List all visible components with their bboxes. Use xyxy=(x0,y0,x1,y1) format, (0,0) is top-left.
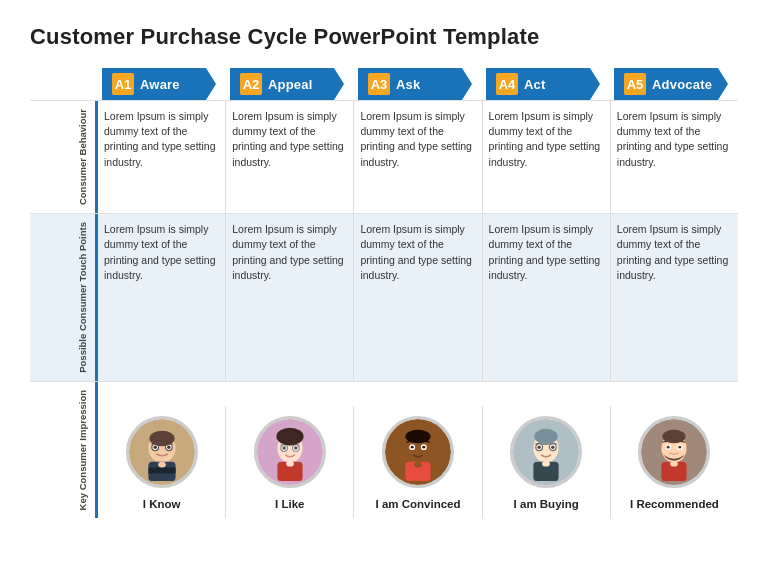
header-row: A1AwareA2AppealA3AskA4ActA5Advocate xyxy=(30,68,738,100)
svg-point-9 xyxy=(149,431,174,447)
header-cols: A1AwareA2AppealA3AskA4ActA5Advocate xyxy=(98,68,738,100)
svg-point-20 xyxy=(286,461,294,467)
stage-letter-a4: A4 xyxy=(496,73,518,95)
header-col-a3: A3Ask xyxy=(354,68,482,100)
header-col-a4: A4Act xyxy=(482,68,610,100)
arrow-banner-a3: A3Ask xyxy=(358,68,472,100)
avatar-1 xyxy=(254,416,326,488)
svg-point-47 xyxy=(663,430,686,444)
impression-row: Key Consumer Impression I Know I Like xyxy=(30,381,738,518)
cell-consumer-behaviour-1: Lorem Ipsum is simply dummy text of the … xyxy=(225,101,353,213)
impression-label-4: I Recommended xyxy=(630,498,719,510)
svg-point-26 xyxy=(411,446,414,449)
impression-cell-2: I am Convinced xyxy=(353,406,481,518)
cell-touch-points-1: Lorem Ipsum is simply dummy text of the … xyxy=(225,214,353,381)
svg-point-10 xyxy=(158,462,166,468)
svg-rect-3 xyxy=(148,468,175,474)
header-label-spacer xyxy=(30,68,98,100)
stage-letter-a1: A1 xyxy=(112,73,134,95)
avatar-2 xyxy=(382,416,454,488)
impression-cell-1: I Like xyxy=(225,406,353,518)
section-cols-consumer-behaviour: Lorem Ipsum is simply dummy text of the … xyxy=(98,101,738,213)
impression-cell-0: I Know xyxy=(98,406,225,518)
impression-label-2: I am Convinced xyxy=(376,498,461,510)
section-row-touch-points: Possible Consumer Touch PointsLorem Ipsu… xyxy=(30,213,738,381)
svg-point-28 xyxy=(405,430,430,444)
cell-consumer-behaviour-4: Lorem Ipsum is simply dummy text of the … xyxy=(610,101,738,213)
section-rows: Consumer BehaviourLorem Ipsum is simply … xyxy=(30,100,738,381)
svg-point-7 xyxy=(167,446,170,449)
impression-row-label: Key Consumer Impression xyxy=(30,382,98,518)
arrow-body-a3: A3Ask xyxy=(358,68,472,100)
svg-point-36 xyxy=(551,446,554,449)
arrow-banner-a4: A4Act xyxy=(486,68,600,100)
impression-cell-4: I Recommended xyxy=(610,406,738,518)
svg-point-39 xyxy=(542,461,550,467)
impression-label-1: I Like xyxy=(275,498,304,510)
stage-label-a2: Appeal xyxy=(268,77,313,92)
svg-point-29 xyxy=(414,462,422,468)
svg-point-45 xyxy=(667,446,670,449)
arrow-banner-a1: A1Aware xyxy=(102,68,216,100)
stage-letter-a3: A3 xyxy=(368,73,390,95)
stage-label-a4: Act xyxy=(524,77,546,92)
svg-point-46 xyxy=(679,446,682,449)
svg-point-16 xyxy=(282,447,285,450)
header-col-a2: A2Appeal xyxy=(226,68,354,100)
arrow-body-a5: A5Advocate xyxy=(614,68,728,100)
avatar-3 xyxy=(510,416,582,488)
svg-point-35 xyxy=(538,446,541,449)
section-cols-touch-points: Lorem Ipsum is simply dummy text of the … xyxy=(98,214,738,381)
cell-consumer-behaviour-0: Lorem Ipsum is simply dummy text of the … xyxy=(98,101,225,213)
arrow-body-a1: A1Aware xyxy=(102,68,216,100)
impression-label-3: I am Buying xyxy=(514,498,579,510)
impression-cell-3: I am Buying xyxy=(482,406,610,518)
section-label-touch-points: Possible Consumer Touch Points xyxy=(30,214,98,381)
page-title: Customer Purchase Cycle PowerPoint Templ… xyxy=(30,24,738,50)
stage-label-a3: Ask xyxy=(396,77,420,92)
section-label-text-touch-points: Possible Consumer Touch Points xyxy=(77,222,89,373)
cell-consumer-behaviour-2: Lorem Ipsum is simply dummy text of the … xyxy=(353,101,481,213)
arrow-banner-a5: A5Advocate xyxy=(614,68,728,100)
section-label-consumer-behaviour: Consumer Behaviour xyxy=(30,101,98,213)
header-col-a1: A1Aware xyxy=(98,68,226,100)
svg-point-48 xyxy=(671,461,679,467)
arrow-body-a2: A2Appeal xyxy=(230,68,344,100)
cell-consumer-behaviour-3: Lorem Ipsum is simply dummy text of the … xyxy=(482,101,610,213)
impression-label-0: I Know xyxy=(143,498,181,510)
avatar-0 xyxy=(126,416,198,488)
cell-touch-points-0: Lorem Ipsum is simply dummy text of the … xyxy=(98,214,225,381)
cell-touch-points-2: Lorem Ipsum is simply dummy text of the … xyxy=(353,214,481,381)
svg-point-27 xyxy=(422,446,425,449)
svg-point-38 xyxy=(535,429,558,445)
stage-label-a5: Advocate xyxy=(652,77,712,92)
arrow-banner-a2: A2Appeal xyxy=(230,68,344,100)
stage-letter-a5: A5 xyxy=(624,73,646,95)
stage-letter-a2: A2 xyxy=(240,73,262,95)
cell-touch-points-4: Lorem Ipsum is simply dummy text of the … xyxy=(610,214,738,381)
section-label-text-consumer-behaviour: Consumer Behaviour xyxy=(77,109,89,205)
impression-cols: I Know I Like I am Convinced xyxy=(98,406,738,518)
avatar-4 xyxy=(638,416,710,488)
cycle-table: A1AwareA2AppealA3AskA4ActA5Advocate Cons… xyxy=(30,68,738,518)
arrow-body-a4: A4Act xyxy=(486,68,600,100)
svg-point-6 xyxy=(153,446,156,449)
stage-label-a1: Aware xyxy=(140,77,180,92)
section-row-consumer-behaviour: Consumer BehaviourLorem Ipsum is simply … xyxy=(30,100,738,213)
cell-touch-points-3: Lorem Ipsum is simply dummy text of the … xyxy=(482,214,610,381)
header-col-a5: A5Advocate xyxy=(610,68,738,100)
svg-point-17 xyxy=(294,447,297,450)
